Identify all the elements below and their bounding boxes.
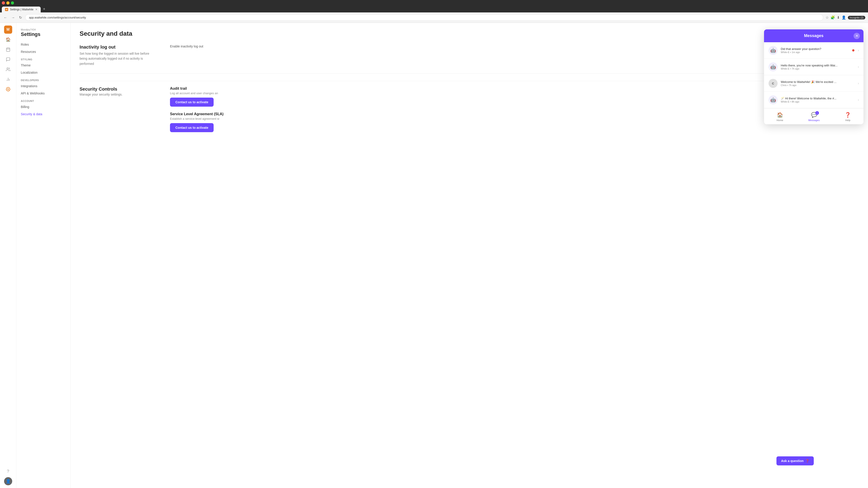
message-chevron-icon: › <box>858 65 859 69</box>
message-text: Welcome to Waitwhile! 🎉 We're excited ..… <box>781 80 844 84</box>
close-window-btn[interactable] <box>2 1 5 4</box>
reload-btn[interactable]: ↻ <box>18 14 23 21</box>
active-tab[interactable]: M Settings | Waitwhile ✕ <box>2 6 41 12</box>
bottom-bar-messages[interactable]: 💬 1 Messages <box>808 112 819 122</box>
inactivity-right: Enable inactivity log out <box>161 44 859 48</box>
message-item[interactable]: 🤖 🪄 Hi there! Welcome to Waitwhile, the … <box>764 92 864 108</box>
audit-trail-activate-btn[interactable]: Contact us to activate <box>170 98 214 107</box>
message-chevron-icon: › <box>858 98 859 102</box>
sidebar-brand-avatar[interactable]: M <box>4 26 12 34</box>
inactivity-toggle-label: Enable inactivity log out <box>170 44 203 48</box>
message-content: Hello there, you're now speaking with Wa… <box>781 64 858 70</box>
message-avatar: 🤖 <box>769 95 778 104</box>
download-icon[interactable]: ⬇ <box>837 15 840 20</box>
ask-question-label: Ask a question <box>781 459 804 463</box>
browser-titlebar <box>2 1 866 4</box>
sidebar-icon-help[interactable]: ? <box>4 467 12 475</box>
sidebar-icon-calendar[interactable] <box>4 45 12 54</box>
message-content: Did that answer your question? While-E •… <box>781 47 858 54</box>
settings-nav: Moodjoy7434 Settings Roles Resources Sty… <box>16 23 70 488</box>
sla-desc: Establish a service-level agreement w <box>170 117 859 121</box>
tab-favicon: M <box>5 8 8 11</box>
security-controls-desc: Manage your security settings. <box>80 93 161 96</box>
message-chevron-icon: › <box>858 48 859 53</box>
audit-trail-block: Audit trail Log all account and user cha… <box>170 87 859 107</box>
nav-item-integrations[interactable]: Integrations <box>16 83 70 90</box>
ask-question-btn[interactable]: Ask a question ❓ <box>776 456 814 465</box>
svg-rect-0 <box>6 48 10 51</box>
nav-section-account: Account <box>16 97 70 103</box>
sidebar-icon-chart[interactable] <box>4 75 12 84</box>
sla-block: Service Level Agreement (SLA) Establish … <box>170 112 859 132</box>
ask-question-icon: ❓ <box>805 459 809 463</box>
message-text: 🪄 Hi there! Welcome to Waitwhile, the #.… <box>781 97 844 100</box>
address-input[interactable] <box>25 14 823 21</box>
message-item[interactable]: 🤖 Did that answer your question? While-E… <box>764 42 864 59</box>
message-unread-dot <box>852 49 855 52</box>
forward-btn[interactable]: → <box>10 15 16 21</box>
message-sender: While-E • 7h ago <box>781 67 858 70</box>
help-label: Help <box>845 119 850 122</box>
message-item[interactable]: C Welcome to Waitwhile! 🎉 We're excited … <box>764 75 864 92</box>
address-icons: ☆ 🧩 ⬇ 👤 Incognito (2) <box>826 15 865 20</box>
message-avatar: 🤖 <box>769 46 778 55</box>
message-content: Welcome to Waitwhile! 🎉 We're excited ..… <box>781 80 858 87</box>
home-icon: 🏠 <box>777 112 783 118</box>
audit-trail-title: Audit trail <box>170 87 859 91</box>
message-chevron-icon: › <box>858 81 859 86</box>
nav-section-developers: Developers <box>16 76 70 83</box>
maximize-window-btn[interactable] <box>11 1 14 4</box>
audit-trail-desc: Log all account and user changes an <box>170 92 859 95</box>
messages-panel: Messages ✕ 🤖 Did that answer your questi… <box>764 29 864 124</box>
message-sender: Chris • 7h ago <box>781 84 858 87</box>
sla-activate-btn[interactable]: Contact us to activate <box>170 123 214 132</box>
nav-item-roles[interactable]: Roles <box>16 41 70 48</box>
window-controls <box>2 1 14 4</box>
message-avatar: 🤖 <box>769 62 778 71</box>
settings-title: Settings <box>21 31 66 37</box>
settings-username: Moodjoy7434 <box>21 28 66 31</box>
message-avatar: C <box>769 79 778 88</box>
new-tab-btn[interactable]: + <box>41 6 47 12</box>
inactivity-title: Inactivity log out <box>80 44 161 50</box>
message-sender: While-E • 1m ago <box>781 51 858 54</box>
sidebar-icon-chat[interactable] <box>4 55 12 64</box>
sidebar-icon-users[interactable] <box>4 65 12 73</box>
sidebar: M 🏠 ? 👤 <box>0 23 16 488</box>
page-title: Security and data <box>80 30 859 37</box>
tab-close-btn[interactable]: ✕ <box>35 8 37 11</box>
message-text: Hello there, you're now speaking with Wa… <box>781 64 844 67</box>
extensions-icon[interactable]: 🧩 <box>831 15 835 20</box>
bottom-bar-help[interactable]: ❓ Help <box>845 112 851 122</box>
messages-header: Messages ✕ <box>764 29 864 42</box>
back-btn[interactable]: ← <box>3 15 8 21</box>
inactivity-left: Inactivity log out Set how long the logg… <box>80 44 161 66</box>
messages-close-btn[interactable]: ✕ <box>854 33 860 39</box>
security-controls-section: Security Controls Manage your security s… <box>80 81 859 138</box>
nav-section-styling: Styling <box>16 55 70 62</box>
security-controls-left: Security Controls Manage your security s… <box>80 87 161 138</box>
sidebar-icon-home[interactable]: 🏠 <box>4 35 12 43</box>
bookmark-icon[interactable]: ☆ <box>826 15 829 20</box>
app: M 🏠 ? 👤 Moodjoy7434 Settings Roles Resou… <box>0 23 868 488</box>
sidebar-user-avatar[interactable]: 👤 <box>4 477 12 485</box>
nav-item-security-data[interactable]: Security & data <box>16 110 70 118</box>
nav-item-api-webhooks[interactable]: API & Webhooks <box>16 90 70 97</box>
nav-item-theme[interactable]: Theme <box>16 62 70 69</box>
nav-item-resources[interactable]: Resources <box>16 48 70 55</box>
inactivity-description: Set how long the logged in session will … <box>80 51 152 66</box>
message-sender: While-E • 8h ago <box>781 100 858 103</box>
inactivity-section: Inactivity log out Set how long the logg… <box>80 44 859 74</box>
message-item[interactable]: 🤖 Hello there, you're now speaking with … <box>764 59 864 75</box>
tab-title: Settings | Waitwhile <box>10 8 33 11</box>
messages-bottom-bar: 🏠 Home 💬 1 Messages ❓ Help <box>764 108 864 124</box>
minimize-window-btn[interactable] <box>6 1 9 4</box>
profile-icon[interactable]: 👤 <box>842 15 846 20</box>
messages-badge: 1 <box>815 111 819 115</box>
security-controls-right: Audit trail Log all account and user cha… <box>170 87 859 138</box>
tab-bar: M Settings | Waitwhile ✕ + <box>2 6 866 12</box>
bottom-bar-home[interactable]: 🏠 Home <box>777 112 783 122</box>
sidebar-icon-gear[interactable] <box>4 85 12 93</box>
nav-item-localization[interactable]: Localization <box>16 69 70 76</box>
nav-item-billing[interactable]: Billing <box>16 103 70 110</box>
